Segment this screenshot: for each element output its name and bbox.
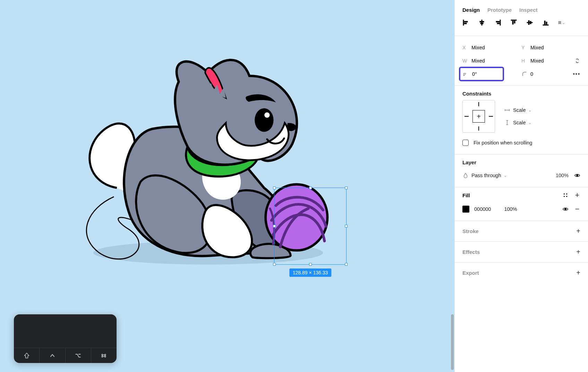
canvas-scrollbar-thumb[interactable] — [451, 314, 454, 370]
properties-panel: Design Prototype Inspect ⌄ X Mixed Y Mix… — [454, 0, 588, 372]
add-stroke-icon[interactable]: + — [576, 227, 580, 235]
svg-point-24 — [560, 22, 561, 22]
command-key-button[interactable] — [91, 348, 117, 363]
option-key-button[interactable] — [66, 348, 91, 363]
add-export-icon[interactable]: + — [576, 269, 580, 277]
svg-point-28 — [559, 23, 559, 24]
w-label: W — [462, 58, 469, 64]
fix-position-checkbox[interactable] — [462, 140, 469, 146]
align-top-icon[interactable] — [510, 19, 517, 26]
svg-point-36 — [565, 208, 566, 210]
svg-rect-6 — [464, 23, 467, 24]
vertical-icon — [504, 119, 510, 126]
align-vcenter-icon[interactable] — [526, 19, 533, 26]
export-section[interactable]: Export + — [455, 262, 588, 283]
stroke-section[interactable]: Stroke + — [455, 221, 588, 241]
svg-point-33 — [566, 193, 567, 195]
svg-rect-21 — [546, 22, 547, 24]
svg-rect-14 — [512, 21, 513, 24]
svg-point-29 — [560, 23, 560, 24]
fill-title: Fill — [462, 192, 470, 198]
resize-handle-top-left[interactable] — [273, 187, 276, 189]
vertical-constraint-select[interactable]: Scale ⌄ — [504, 119, 531, 126]
svg-rect-15 — [514, 21, 515, 23]
add-effect-icon[interactable]: + — [576, 248, 580, 256]
constraints-title: Constraints — [462, 91, 580, 97]
svg-rect-19 — [543, 25, 548, 25]
fill-opacity-value[interactable]: 100% — [504, 206, 517, 212]
horizontal-constraint-value: Scale — [513, 107, 526, 113]
modifier-keys-toolbar — [14, 314, 117, 363]
canvas-scrollbar[interactable] — [450, 0, 454, 372]
fill-visibility-icon[interactable] — [562, 206, 569, 212]
fix-position-label: Fix position when scrolling — [474, 140, 532, 146]
svg-point-1 — [255, 108, 273, 132]
rotation-value[interactable]: 0° — [472, 71, 477, 77]
svg-rect-17 — [528, 20, 529, 25]
independent-corners-icon[interactable]: ••• — [573, 71, 580, 77]
tidy-up-icon[interactable]: ⌄ — [558, 19, 565, 26]
layer-opacity-value[interactable]: 100% — [556, 173, 569, 178]
selection-bounding-box[interactable]: 128.89 × 136.33 — [274, 188, 347, 265]
resize-handle-middle-left[interactable] — [273, 225, 276, 228]
svg-point-27 — [560, 22, 561, 23]
shift-key-button[interactable] — [14, 348, 40, 363]
svg-point-22 — [559, 22, 559, 22]
rotation-icon — [462, 71, 469, 77]
align-bottom-icon[interactable] — [542, 19, 549, 26]
stroke-title: Stroke — [462, 228, 479, 234]
svg-rect-18 — [530, 21, 531, 24]
svg-point-31 — [577, 175, 578, 176]
svg-rect-5 — [464, 21, 468, 22]
rotation-field-highlight[interactable]: 0° — [459, 67, 504, 81]
align-left-icon[interactable] — [462, 19, 469, 26]
corner-radius-icon — [521, 71, 528, 77]
blend-mode-icon — [462, 172, 469, 179]
layer-title: Layer — [462, 159, 580, 165]
x-value[interactable]: Mixed — [471, 45, 485, 50]
svg-rect-20 — [544, 21, 545, 24]
resize-handle-bottom-center[interactable] — [309, 263, 312, 266]
y-label: Y — [521, 45, 528, 50]
svg-rect-16 — [527, 22, 532, 23]
tab-inspect[interactable]: Inspect — [519, 7, 538, 13]
fill-color-swatch[interactable] — [462, 206, 469, 213]
tab-prototype[interactable]: Prototype — [487, 7, 512, 13]
effects-section[interactable]: Effects + — [455, 241, 588, 262]
align-right-icon[interactable] — [494, 19, 501, 26]
visibility-icon[interactable] — [574, 172, 580, 179]
blend-mode-value: Pass through — [471, 173, 501, 178]
constraints-widget[interactable]: + — [462, 100, 495, 133]
canvas[interactable]: 128.89 × 136.33 — [0, 0, 454, 372]
h-value[interactable]: Mixed — [530, 58, 544, 64]
svg-rect-4 — [463, 20, 464, 25]
corner-radius-value[interactable]: 0 — [530, 71, 533, 77]
svg-rect-7 — [482, 20, 482, 25]
resize-handle-top-right[interactable] — [345, 187, 348, 189]
svg-point-23 — [560, 22, 560, 22]
w-value[interactable]: Mixed — [471, 58, 485, 64]
svg-rect-13 — [511, 20, 517, 20]
horizontal-icon — [504, 107, 510, 113]
resize-handle-top-center[interactable] — [309, 187, 312, 189]
vertical-constraint-value: Scale — [513, 120, 526, 125]
svg-point-35 — [566, 196, 567, 197]
add-fill-icon[interactable]: + — [574, 192, 580, 198]
align-hcenter-icon[interactable] — [478, 19, 485, 26]
remove-fill-icon[interactable]: − — [574, 206, 580, 212]
constrain-proportions-icon[interactable] — [574, 58, 580, 64]
resize-handle-middle-right[interactable] — [345, 225, 348, 228]
tab-design[interactable]: Design — [462, 7, 480, 13]
style-picker-icon[interactable] — [562, 192, 569, 198]
horizontal-constraint-select[interactable]: Scale ⌄ — [504, 107, 531, 113]
blend-mode-select[interactable]: Pass through ⌄ — [471, 173, 507, 178]
resize-handle-bottom-left[interactable] — [273, 263, 276, 266]
svg-point-25 — [559, 22, 559, 23]
fill-hex-value[interactable]: 000000 — [474, 206, 491, 212]
y-value[interactable]: Mixed — [530, 45, 544, 50]
effects-title: Effects — [462, 249, 480, 255]
control-key-button[interactable] — [40, 348, 65, 363]
selection-size-label: 128.89 × 136.33 — [289, 268, 332, 277]
resize-handle-bottom-right[interactable] — [345, 263, 348, 266]
svg-rect-12 — [497, 23, 500, 24]
